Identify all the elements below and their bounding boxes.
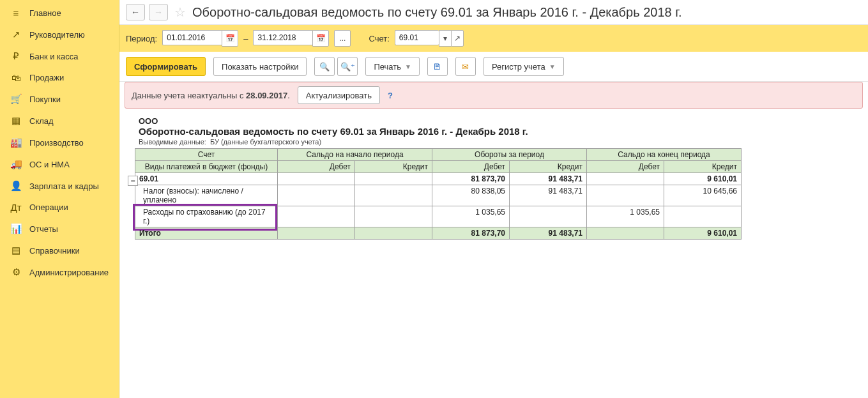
zoom-in-icon[interactable]: 🔍 (314, 57, 335, 76)
sidebar-icon: ₽ (10, 50, 22, 62)
sidebar-item-label: Банк и касса (29, 52, 79, 61)
col-open: Сальдо на начало периода (278, 149, 432, 161)
date-to-calendar-icon[interactable]: 📅 (312, 30, 329, 47)
col-account: Счет (135, 149, 278, 161)
print-button[interactable]: Печать ▼ (365, 57, 420, 76)
report-subtitle: Выводимые данные: БУ (данные бухгалтерск… (135, 138, 865, 148)
sidebar-item-label: ОС и НМА (29, 160, 70, 169)
report-viewport[interactable]: ООО Оборотно-сальдовая ведомость по счет… (122, 114, 865, 398)
sidebar-item-7[interactable]: 🚚ОС и НМА (0, 153, 119, 175)
col-turn-debit: Дебет (432, 161, 510, 173)
cell-td: 81 873,70 (432, 227, 510, 240)
account-dropdown-icon[interactable]: ▾ (439, 30, 451, 47)
sidebar-icon: 📊 (10, 223, 22, 234)
page-title: Оборотно-сальдовая ведомость по счету 69… (192, 5, 682, 20)
sidebar-item-10[interactable]: 📊Отчеты (0, 218, 119, 240)
sidebar-icon: ⚙ (10, 266, 22, 278)
sidebar-item-0[interactable]: ≡Главное (0, 3, 119, 24)
chevron-down-icon: ▼ (405, 63, 411, 70)
period-label: Период: (126, 34, 157, 43)
cell-cd: 1 035,65 (587, 206, 664, 227)
nav-back-button[interactable]: ← (126, 4, 145, 20)
sidebar-item-label: Склад (29, 116, 54, 126)
sidebar-icon: 🛍 (10, 72, 22, 83)
cell-od (278, 206, 355, 227)
sidebar-item-label: Отчеты (29, 224, 58, 234)
cell-od (278, 173, 355, 185)
cell-td: 80 838,05 (432, 185, 510, 206)
sidebar-icon: 🚚 (10, 158, 22, 170)
cell-oc (355, 173, 432, 185)
favorite-star-icon[interactable]: ☆ (174, 4, 186, 20)
sidebar-item-label: Производство (29, 138, 84, 148)
cell-oc (355, 185, 432, 206)
sidebar-item-6[interactable]: 🏭Производство (0, 132, 119, 153)
sidebar-item-2[interactable]: ₽Банк и касса (0, 45, 119, 67)
report: ООО Оборотно-сальдовая ведомость по счет… (135, 114, 865, 240)
sidebar: ≡Главное↗Руководителю₽Банк и касса🛍Прода… (0, 0, 119, 398)
cell-tc (510, 206, 587, 227)
filter-bar: Период: 01.01.2016 📅 – 31.12.2018 📅 ... … (119, 25, 868, 52)
print-label: Печать (374, 62, 401, 72)
cell-cd (587, 185, 664, 206)
sidebar-item-8[interactable]: 👤Зарплата и кадры (0, 175, 119, 197)
sidebar-item-9[interactable]: ДтОперации (0, 197, 119, 218)
sidebar-item-label: Зарплата и кадры (29, 181, 99, 191)
help-icon[interactable]: ? (388, 91, 393, 100)
sidebar-icon: 🛒 (10, 93, 22, 105)
save-file-icon[interactable]: 🖹 (427, 57, 448, 76)
row-label: Расходы по страхованию (до 2017 г.) (139, 208, 273, 226)
period-picker-button[interactable]: ... (334, 30, 351, 47)
sidebar-item-label: Продажи (29, 73, 64, 82)
date-from-calendar-icon[interactable]: 📅 (222, 30, 238, 47)
sidebar-item-4[interactable]: 🛒Покупки (0, 88, 119, 110)
sidebar-icon: ≡ (10, 8, 22, 19)
sidebar-icon: Дт (10, 202, 22, 213)
nav-forward-button[interactable]: → (149, 4, 168, 20)
sidebar-item-12[interactable]: ⚙Администрирование (0, 261, 119, 283)
show-settings-button[interactable]: Показать настройки (213, 57, 307, 76)
sidebar-item-label: Справочники (29, 246, 80, 256)
email-icon[interactable]: ✉ (455, 57, 476, 76)
cell-cd (587, 227, 664, 240)
zoom-mode-icon[interactable]: 🔍⁺ (337, 57, 358, 76)
register-label: Регистр учета (492, 62, 545, 72)
cell-cd (587, 173, 664, 185)
period-dash: – (243, 34, 248, 43)
cell-cc: 10 645,66 (664, 185, 742, 206)
date-from-input[interactable]: 01.01.2016 (162, 30, 222, 45)
report-table: Счет Сальдо на начало периода Обороты за… (135, 148, 742, 240)
sidebar-item-11[interactable]: ▤Справочники (0, 240, 119, 261)
form-button[interactable]: Сформировать (126, 57, 206, 76)
report-title: Оборотно-сальдовая ведомость по счету 69… (135, 126, 865, 138)
table-row[interactable]: −69.0181 873,7091 483,719 610,01 (135, 173, 742, 185)
chevron-down-icon: ▼ (549, 63, 556, 70)
cell-oc (355, 206, 432, 227)
cell-cc: 9 610,01 (664, 227, 742, 240)
table-row[interactable]: Налог (взносы): начислено / уплачено80 8… (135, 185, 742, 206)
sidebar-icon: ▤ (10, 245, 22, 256)
account-open-icon[interactable]: ↗ (451, 30, 464, 47)
table-row[interactable]: Итого81 873,7091 483,719 610,01 (135, 227, 742, 240)
table-row[interactable]: Расходы по страхованию (до 2017 г.)1 035… (135, 206, 742, 227)
date-to-input[interactable]: 31.12.2018 (253, 30, 312, 45)
sidebar-item-3[interactable]: 🛍Продажи (0, 67, 119, 88)
account-input[interactable]: 69.01 (395, 30, 439, 45)
sidebar-icon: 👤 (10, 180, 22, 192)
sidebar-item-5[interactable]: ▦Склад (0, 110, 119, 132)
sidebar-icon: 🏭 (10, 137, 22, 148)
org-name: ООО (135, 114, 865, 126)
col-close: Сальдо на конец периода (587, 149, 742, 161)
cell-cc (664, 206, 742, 227)
col-sub-account: Виды платежей в бюджет (фонды) (135, 161, 278, 173)
sidebar-icon: ▦ (10, 115, 22, 126)
warning-text: Данные учета неактуальны с 28.09.2017. (132, 91, 290, 100)
actualize-button[interactable]: Актуализировать (298, 86, 380, 104)
sidebar-item-1[interactable]: ↗Руководителю (0, 24, 119, 45)
main-area: ← → ☆ Оборотно-сальдовая ведомость по сч… (119, 0, 868, 398)
tree-collapse-icon[interactable]: − (128, 176, 138, 186)
register-button[interactable]: Регистр учета ▼ (483, 57, 564, 76)
col-close-credit: Кредит (664, 161, 742, 173)
col-open-debit: Дебет (278, 161, 355, 173)
sidebar-item-label: Операции (29, 203, 68, 212)
